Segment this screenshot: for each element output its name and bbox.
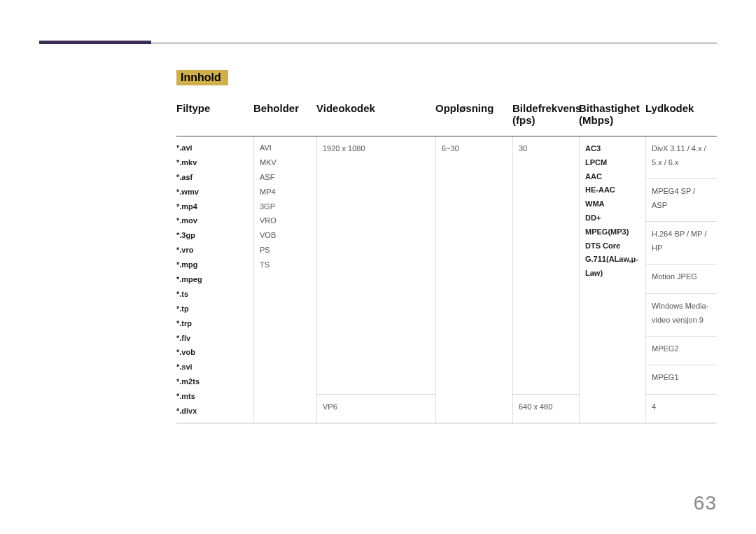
filetype-cell: *.divx: [176, 404, 248, 419]
filetype-cell: *.asf: [176, 170, 248, 185]
container-cell: 3GP: [260, 199, 311, 214]
fps-cell: 6~30: [435, 136, 512, 423]
col-header-beholder: Beholder: [253, 102, 316, 114]
video-codec-cell: Motion JPEG: [645, 265, 717, 293]
container-cell: VRO: [260, 213, 311, 228]
audio-codec-cell: WMA: [585, 197, 640, 211]
video-codec-cell: H.264 BP / MP / HP: [645, 222, 717, 265]
audio-codec-cell: DTS Core: [585, 239, 640, 253]
filetype-cell: *.mov: [176, 213, 248, 228]
filetype-cell: *.mkv: [176, 155, 248, 170]
content-area: Innhold Filtype Beholder Videokodek Oppl…: [176, 70, 717, 423]
container-cell: VOB: [260, 228, 311, 243]
resolution-cell: 1920 x 1080: [316, 136, 435, 395]
section-badge: Innhold: [176, 70, 228, 85]
filetype-cell: *.mpeg: [176, 272, 248, 287]
audio-codec-cell: DD+: [585, 211, 640, 225]
col-grid-right: DivX 3.11 / 4.x / 5.x / 6.x 1920 x 1080 …: [316, 136, 717, 423]
audio-codec-cell: MPEG(MP3): [585, 225, 640, 239]
video-codec-cell: MPEG2: [645, 337, 717, 365]
col-header-opplosning: Oppløsning: [435, 102, 512, 114]
container-cell: TS: [260, 258, 311, 272]
audio-codec-cell: LPCM: [585, 156, 640, 170]
col-filetypes: *.avi *.mkv *.asf *.wmv *.mp4 *.mov *.3g…: [176, 136, 253, 423]
filetype-cell: *.svi: [176, 360, 248, 374]
audio-codec-col: AC3 LPCM AAC HE-AAC WMA DD+ MPEG(MP3) DT…: [579, 136, 645, 423]
audio-codec-cell: AAC: [585, 170, 640, 184]
col-header-bildefrekvens: Bildefrekvens (fps): [512, 102, 579, 126]
filetype-cell: *.m2ts: [176, 374, 248, 389]
bitrate-cell: 30: [512, 136, 579, 395]
filetype-cell: *.mts: [176, 389, 248, 404]
col-containers: AVI MKV ASF MP4 3GP VRO VOB PS TS: [253, 136, 316, 423]
audio-codec-cell: G.711(ALaw,μ-Law): [585, 253, 640, 281]
container-cell: AVI: [260, 141, 311, 155]
filetype-cell: *.vro: [176, 243, 248, 258]
container-cell: MKV: [260, 155, 311, 170]
video-codec-cell: MPEG4 SP / ASP: [645, 179, 717, 222]
video-codec-cell: Windows Media-video versjon 9: [645, 294, 717, 337]
col-header-bithastighet: Bithastighet (Mbps): [579, 102, 645, 126]
filetype-cell: *.wmv: [176, 185, 248, 199]
filetype-cell: *.trp: [176, 316, 248, 331]
video-codec-cell: MPEG1: [645, 365, 717, 394]
filetype-cell: *.3gp: [176, 228, 248, 243]
filetype-cell: *.mp4: [176, 199, 248, 214]
container-cell: MP4: [260, 185, 311, 199]
col-header-lydkodek: Lydkodek: [645, 102, 717, 114]
container-cell: ASF: [260, 170, 311, 185]
filetype-cell: *.vob: [176, 345, 248, 360]
audio-codec-cell: HE-AAC: [585, 183, 640, 197]
filetype-cell: *.mpg: [176, 258, 248, 272]
filetype-cell: *.ts: [176, 287, 248, 302]
video-codec-cell: DivX 3.11 / 4.x / 5.x / 6.x: [645, 136, 717, 179]
table-body: *.avi *.mkv *.asf *.wmv *.mp4 *.mov *.3g…: [176, 136, 717, 423]
filetype-cell: *.flv: [176, 331, 248, 346]
audio-codec-cell: AC3: [585, 142, 640, 156]
filetype-cell: *.tp: [176, 302, 248, 316]
page-number: 63: [694, 492, 717, 514]
accent-bar: [39, 41, 151, 44]
page: Innhold Filtype Beholder Videokodek Oppl…: [0, 0, 756, 534]
container-cell: PS: [260, 243, 311, 258]
video-codec-cell: VP6: [316, 395, 435, 423]
resolution-cell: 640 x 480: [512, 395, 579, 423]
col-header-filtype: Filtype: [176, 102, 253, 114]
filetype-cell: *.avi: [176, 141, 248, 155]
col-header-videokodek: Videokodek: [316, 102, 435, 114]
bitrate-cell: 4: [645, 395, 717, 423]
table-header-row: Filtype Beholder Videokodek Oppløsning B…: [176, 97, 717, 132]
